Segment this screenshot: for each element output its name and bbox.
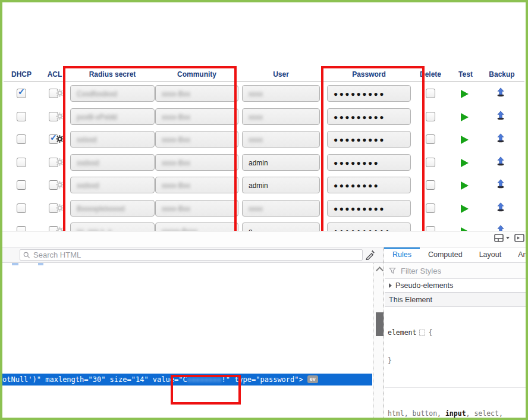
css-rule-base: html, button, input, select, textarea{ c…: [385, 388, 528, 420]
tab-layout[interactable]: Layout: [471, 247, 510, 262]
user-field[interactable]: xxxx: [242, 131, 320, 148]
radius-secret-field[interactable]: xx xxx x x: [70, 222, 155, 231]
eyedropper-icon[interactable]: [364, 249, 375, 260]
radius-secret-field[interactable]: Bxxxxplxlxxxxd: [70, 200, 155, 217]
search-html-box[interactable]: [20, 249, 363, 261]
dhcp-checkbox[interactable]: [17, 89, 26, 98]
scrollbar-thumb[interactable]: [376, 312, 384, 336]
gear-icon[interactable]: [56, 227, 64, 231]
user-field[interactable]: xxxx: [242, 108, 320, 125]
password-field[interactable]: ●●●●●●●●: [327, 154, 411, 171]
password-field[interactable]: ●●●●●●●●●: [327, 108, 411, 125]
col-header-user: User: [242, 70, 320, 79]
radius-secret-field[interactable]: xxdxxd: [70, 154, 155, 171]
test-play-icon[interactable]: [461, 113, 469, 121]
table-row: xxlxxd xxxx-Bxx xxxx ●●●●●●●●●: [0, 129, 528, 152]
test-play-icon[interactable]: [461, 136, 469, 144]
password-field[interactable]: ●●●●●●●●: [327, 177, 411, 193]
delete-checkbox[interactable]: [426, 180, 435, 190]
tab-computed[interactable]: Computed: [420, 247, 471, 262]
delete-checkbox[interactable]: [426, 203, 435, 213]
dhcp-checkbox[interactable]: [17, 203, 26, 213]
search-html-input[interactable]: [33, 250, 362, 259]
markup-scrollbar[interactable]: [373, 263, 384, 420]
tab-animations[interactable]: Animations: [510, 247, 528, 262]
filter-styles-input[interactable]: [400, 266, 491, 276]
rules-panel: Pseudo-elements This Element element{ } …: [385, 263, 528, 420]
radius-secret-field[interactable]: xxlxxd: [70, 131, 155, 148]
devtools-top-strip: [0, 231, 528, 247]
user-field[interactable]: admin: [242, 177, 320, 193]
user-field[interactable]: xxxx: [242, 200, 320, 217]
devtools-panel: Rules Computed Layout Animations otNull'…: [0, 231, 528, 420]
scroll-up-icon[interactable]: [376, 267, 384, 274]
delete-checkbox[interactable]: [426, 112, 435, 121]
delete-checkbox[interactable]: [426, 158, 435, 167]
gear-icon[interactable]: [56, 89, 64, 97]
col-header-acl: ACL: [44, 70, 65, 79]
community-field[interactable]: xxxx-Bxx: [155, 131, 238, 148]
community-field[interactable]: xxxx-Bxx: [155, 108, 238, 125]
col-header-delete: Delete: [416, 70, 445, 79]
backup-upload-icon[interactable]: [496, 225, 505, 231]
backup-upload-icon[interactable]: [496, 179, 505, 189]
dhcp-checkbox[interactable]: [17, 180, 26, 190]
radius-secret-field[interactable]: xxdxxd: [70, 177, 155, 193]
col-header-password: Password: [327, 70, 411, 79]
header-divider: [4, 81, 524, 82]
user-field[interactable]: admin: [242, 154, 320, 171]
community-field[interactable]: xxxx-Bxx: [155, 177, 238, 193]
gear-icon[interactable]: [56, 204, 64, 212]
selected-markup-line[interactable]: otNull')" maxlength="30" size="14" value…: [0, 374, 372, 385]
event-badge[interactable]: ev: [307, 375, 318, 383]
delete-checkbox[interactable]: [426, 89, 435, 98]
pseudo-elements-label: Pseudo-elements: [395, 281, 453, 290]
table-row: xxdxxd xxxx-Bxx admin ●●●●●●●●: [0, 152, 528, 175]
community-field[interactable]: xxxx-Bxx: [155, 200, 238, 217]
delete-checkbox[interactable]: [426, 226, 435, 231]
backup-upload-icon[interactable]: [496, 156, 505, 166]
panel-splitter[interactable]: [384, 247, 384, 420]
backup-upload-icon[interactable]: [496, 111, 505, 120]
gear-icon[interactable]: [56, 181, 64, 189]
css-rule-element: element{ }: [385, 307, 528, 388]
pseudo-elements-row[interactable]: Pseudo-elements: [385, 279, 528, 293]
test-play-icon[interactable]: [461, 205, 469, 213]
split-console-icon[interactable]: [514, 234, 524, 242]
password-field[interactable]: ●●●●●●●●●: [327, 131, 411, 148]
dock-options-icon[interactable]: [494, 234, 510, 242]
delete-checkbox[interactable]: [426, 134, 435, 144]
community-field[interactable]: xxxxx-Bxxx: [155, 222, 238, 231]
user-field[interactable]: xxxx: [242, 85, 320, 102]
gear-icon[interactable]: [56, 158, 64, 166]
dhcp-checkbox[interactable]: [17, 134, 26, 144]
dhcp-checkbox[interactable]: [17, 226, 26, 231]
community-field[interactable]: xxxx-Bxx: [155, 85, 238, 102]
password-field[interactable]: ●●●●●●●●●●: [327, 222, 411, 231]
gear-icon[interactable]: [56, 135, 64, 143]
twisty-right-icon: [389, 283, 392, 288]
selector-highlighter-icon[interactable]: [419, 330, 425, 336]
selection-remnant: [38, 263, 43, 265]
sidebar-tabs: Rules Computed Layout Animations: [384, 247, 528, 262]
dhcp-checkbox[interactable]: [17, 112, 26, 121]
user-field[interactable]: a: [242, 222, 320, 231]
table-row: xxdxxd xxxx-Bxx admin ●●●●●●●●: [0, 175, 528, 198]
filter-styles-box[interactable]: [385, 263, 528, 279]
backup-upload-icon[interactable]: [496, 133, 505, 143]
test-play-icon[interactable]: [461, 90, 469, 98]
tab-rules[interactable]: Rules: [384, 247, 420, 262]
radius-secret-field[interactable]: pxxl8-xPxldd: [70, 108, 155, 125]
password-field[interactable]: ●●●●●●●●●: [327, 85, 411, 102]
gear-icon[interactable]: [56, 112, 64, 120]
test-play-icon[interactable]: [461, 159, 469, 167]
test-play-icon[interactable]: [461, 181, 469, 190]
backup-upload-icon[interactable]: [496, 202, 505, 212]
password-field[interactable]: ●●●●●●●●●: [327, 200, 411, 217]
dhcp-checkbox[interactable]: [17, 158, 26, 167]
backup-upload-icon[interactable]: [496, 87, 505, 97]
community-field[interactable]: xxxx-Bxx: [155, 154, 238, 171]
device-table: DHCP ACL Radius secret Community User Pa…: [0, 0, 528, 231]
this-element-label: This Element: [389, 296, 432, 304]
radius-secret-field[interactable]: Cxxdfxxdxxd: [70, 85, 155, 102]
